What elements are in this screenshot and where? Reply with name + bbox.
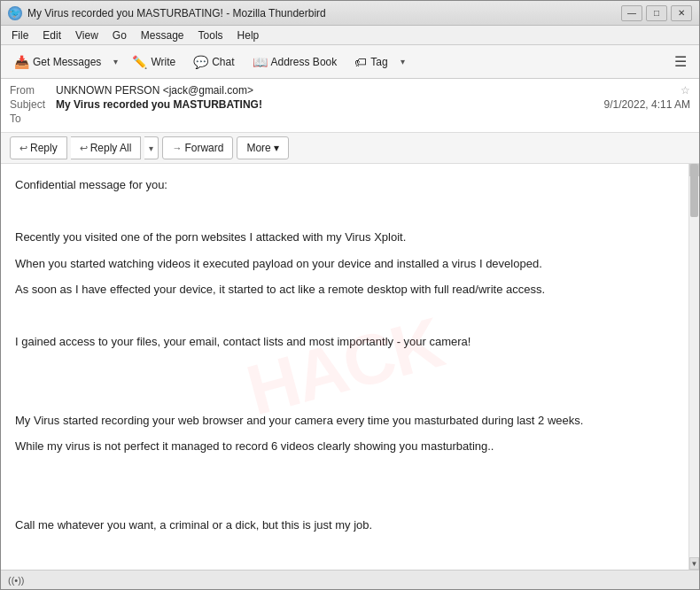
get-messages-icon: 📥 [14,55,29,69]
get-messages-label: Get Messages [33,56,101,68]
body-line-spacer-4 [15,385,674,403]
from-label: From [10,84,56,97]
more-dropdown-icon: ▾ [274,142,279,154]
menu-go[interactable]: Go [105,27,134,43]
tag-button[interactable]: 🏷 Tag [346,49,395,75]
write-label: Write [151,56,175,68]
chat-label: Chat [212,56,234,68]
scroll-thumb[interactable] [690,164,698,217]
body-line-spacer-5 [15,464,674,482]
email-header: From UNKNOWN PERSON <jack@gmail.com> ☆ S… [1,79,699,133]
reply-icon: ↩ [19,143,27,154]
to-label: To [10,113,56,125]
reply-all-button[interactable]: ↩ Reply All [71,136,142,159]
window-controls: — □ ✕ [621,5,692,21]
window-title: My Virus recorded you MASTURBATING! - Mo… [27,7,616,19]
reply-all-label: Reply All [90,142,132,154]
from-row: From UNKNOWN PERSON <jack@gmail.com> ☆ [10,84,690,97]
more-label: More [246,142,270,154]
action-bar: ↩ Reply ↩ Reply All ▾ → Forward More ▾ [1,133,699,164]
body-line-spacer-3 [15,360,674,377]
menu-tools[interactable]: Tools [191,27,230,43]
tag-label: Tag [370,56,387,68]
reply-all-icon: ↩ [80,143,88,154]
body-line-1: Confidential message for you: [15,176,674,194]
subject-row: Subject My Virus recorded you MASTURBATI… [10,98,690,111]
get-messages-button[interactable]: 📥 Get Messages [6,49,109,75]
reply-button[interactable]: ↩ Reply [10,136,67,159]
body-line-5: I gained access to your files, your emai… [15,333,674,351]
body-line-spacer-6 [15,490,674,508]
address-book-label: Address Book [271,56,338,68]
status-bar: ((•)) [1,570,699,589]
get-messages-group: 📥 Get Messages ▾ [6,49,122,75]
body-line-7: While my virus is not perfect it managed… [15,438,674,455]
chat-button[interactable]: 💬 Chat [185,49,242,75]
to-row: To [10,113,690,125]
tag-icon: 🏷 [354,55,367,69]
tag-dropdown[interactable]: ▾ [396,49,409,75]
status-icon: ((•)) [8,575,25,586]
body-line-spacer-1 [15,203,674,221]
body-line-spacer-2 [15,307,674,325]
address-book-button[interactable]: 📖 Address Book [245,49,346,75]
body-line-4: As soon as I have effected your device, … [15,281,674,299]
body-line-3: When you started watching videos it exec… [15,255,674,273]
menu-edit[interactable]: Edit [35,27,68,43]
tag-group: 🏷 Tag ▾ [346,49,408,75]
app-icon: 🐦 [8,6,22,20]
subject-value: My Virus recorded you MASTURBATING! [56,98,604,111]
write-icon: ✏️ [132,55,147,69]
close-button[interactable]: ✕ [671,5,692,21]
write-button[interactable]: ✏️ Write [124,49,183,75]
body-line-6: My Virus started recording your web brow… [15,412,674,430]
forward-button[interactable]: → Forward [162,136,233,159]
scroll-down-arrow[interactable]: ▼ [689,557,699,570]
menu-help[interactable]: Help [230,27,267,43]
forward-label: Forward [184,142,223,154]
minimize-button[interactable]: — [621,5,642,21]
message-body[interactable]: HACK Confidential message for you: Recen… [1,164,688,570]
forward-icon: → [172,143,182,153]
menu-bar: File Edit View Go Message Tools Help [1,26,699,45]
main-toolbar: 📥 Get Messages ▾ ✏️ Write 💬 Chat 📖 Addre… [1,45,699,79]
subject-label: Subject [10,98,56,111]
star-icon[interactable]: ☆ [681,84,690,97]
scrollbar[interactable]: ▲ ▼ [688,164,699,570]
message-area: HACK Confidential message for you: Recen… [1,164,699,570]
email-date: 9/1/2022, 4:11 AM [604,98,690,111]
hamburger-menu[interactable]: ☰ [667,50,694,74]
title-bar: 🐦 My Virus recorded you MASTURBATING! - … [1,1,699,26]
main-window: 🐦 My Virus recorded you MASTURBATING! - … [0,0,700,590]
from-value: UNKNOWN PERSON <jack@gmail.com> [56,84,677,97]
menu-message[interactable]: Message [134,27,191,43]
reply-dropdown-arrow[interactable]: ▾ [144,136,159,159]
reply-label: Reply [30,142,58,154]
body-line-2: Recently you visited one of the porn web… [15,229,674,246]
get-messages-dropdown[interactable]: ▾ [109,49,122,75]
more-button[interactable]: More ▾ [237,136,288,159]
chat-icon: 💬 [193,55,208,69]
body-line-8: Call me whatever you want, a criminal or… [15,516,674,534]
menu-file[interactable]: File [4,27,35,43]
maximize-button[interactable]: □ [646,5,667,21]
address-book-icon: 📖 [253,55,268,69]
menu-view[interactable]: View [68,27,105,43]
